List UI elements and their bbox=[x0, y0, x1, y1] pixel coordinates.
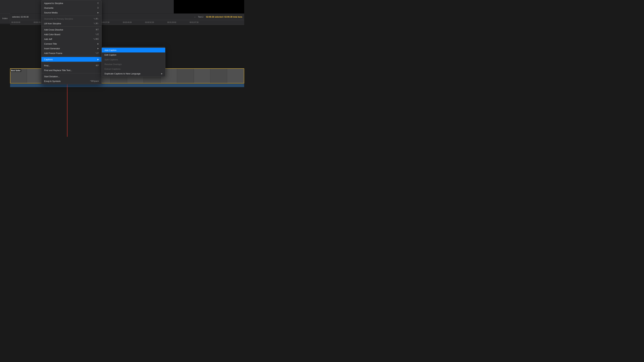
menu-item-source-media-label: Source Media bbox=[44, 11, 96, 14]
ruler-mark-5: 00:00:45:00 bbox=[123, 21, 132, 23]
menu-item-lift-shortcut: ⌥⌘↑ bbox=[94, 22, 99, 25]
menu-item-append-label: Append to Storyline bbox=[44, 2, 98, 4]
menu-item-emoji-label: Emoji & Symbols bbox=[44, 80, 90, 82]
menu-item-find-replace[interactable]: Find and Replace Title Text... bbox=[42, 68, 102, 72]
menu-item-source-media[interactable]: Source Media ▶ bbox=[42, 10, 102, 15]
submenu-item-extract-captions: Extract Captions bbox=[102, 66, 165, 71]
menu-item-lift-label: Lift from Storyline bbox=[44, 22, 94, 25]
submenu-extract-captions-label: Extract Captions bbox=[104, 68, 162, 70]
menu-item-add-jeff-shortcut: ⌥⌘E bbox=[93, 38, 99, 40]
context-menu: Append to Storyline E Overwrite D Source… bbox=[41, 0, 102, 84]
submenu-split-captions-label: Split Captions bbox=[104, 58, 162, 61]
index-panel[interactable]: Index bbox=[0, 13, 10, 23]
menu-item-insert-generator[interactable]: Insert Generator ▶ bbox=[42, 46, 102, 51]
submenu-resolve-overlaps-label: Resolve Overlaps bbox=[104, 63, 162, 65]
insert-generator-arrow-icon: ▶ bbox=[98, 47, 99, 50]
menu-item-color-board-shortcut: ⌥E bbox=[95, 33, 99, 35]
menu-item-find-replace-label: Find and Replace Title Text... bbox=[44, 69, 99, 71]
menu-item-overwrite-primary: Overwrite to Primary Storyline ⌥⌘↓ bbox=[42, 16, 102, 21]
menu-item-start-dictation[interactable]: Start Dictation... bbox=[42, 74, 102, 79]
menu-item-insert-generator-label: Insert Generator bbox=[44, 47, 96, 50]
submenu-duplicate-captions-label: Duplicate Captions to New Language bbox=[104, 72, 160, 75]
index-label: Index bbox=[2, 17, 8, 19]
menu-item-emoji-shortcut: ^⌘Space bbox=[90, 80, 99, 82]
ruler-mark-6: 00:00:52:30 bbox=[145, 21, 154, 23]
source-media-arrow-icon: ▶ bbox=[98, 11, 99, 14]
connect-title-arrow-icon: ▶ bbox=[98, 43, 99, 45]
submenu-item-duplicate-captions[interactable]: Duplicate Captions to New Language ▶ bbox=[102, 71, 165, 76]
menu-item-cross-dissolve-label: Add Cross Dissolve bbox=[44, 28, 96, 31]
submenu-item-add-caption[interactable]: Add Caption bbox=[102, 48, 165, 52]
submenu-item-resolve-overlaps: Resolve Overlaps bbox=[102, 62, 165, 66]
project-name-label: Test 2 bbox=[198, 16, 204, 18]
duplicate-captions-arrow-icon: ▶ bbox=[161, 72, 162, 75]
menu-item-captions[interactable]: Captions ▶ bbox=[42, 57, 102, 62]
menu-item-append-to-storyline[interactable]: Append to Storyline E bbox=[42, 1, 102, 5]
menu-item-freeze-frame-shortcut: ⌥F bbox=[95, 52, 99, 54]
menu-item-emoji-symbols[interactable]: Emoji & Symbols ^⌘Space bbox=[42, 79, 102, 83]
menu-item-captions-label: Captions bbox=[44, 58, 96, 61]
time-info-label: 02:06:38 selected / 02:06:38 total dura bbox=[206, 16, 242, 18]
menu-item-add-jeff[interactable]: Add Jeff ⌥⌘E bbox=[42, 37, 102, 41]
menu-item-connect-title[interactable]: Connect Title ▶ bbox=[42, 41, 102, 46]
menu-item-find-shortcut: ⌘F bbox=[96, 64, 99, 67]
menu-item-overwrite-shortcut: D bbox=[97, 7, 99, 9]
menu-item-dictation-label: Start Dictation... bbox=[44, 75, 99, 78]
track-area: Best Seller bbox=[0, 25, 244, 137]
submenu-add-caption-label: Add Caption bbox=[104, 49, 162, 51]
menu-item-connect-title-label: Connect Title bbox=[44, 42, 96, 45]
ruler-mark-4: 00:00:37:30 bbox=[100, 21, 109, 23]
ruler-mark-8: 00:01:07:30 bbox=[190, 21, 198, 23]
separator-5 bbox=[42, 73, 102, 73]
menu-item-append-shortcut: E bbox=[98, 2, 99, 4]
separator-2 bbox=[42, 26, 102, 27]
menu-item-color-board-label: Add Color Board bbox=[44, 33, 95, 36]
audio-track bbox=[10, 84, 244, 87]
ruler-mark-7: 00:01:00:00 bbox=[167, 21, 176, 23]
captions-arrow-icon: ▶ bbox=[98, 58, 99, 60]
menu-item-add-jeff-label: Add Jeff bbox=[44, 38, 93, 40]
submenu-item-split-captions: Split Captions bbox=[102, 57, 165, 62]
submenu-item-edit-caption[interactable]: Edit Caption bbox=[102, 52, 165, 57]
info-bar-right: ‹ Test 2 02:06:38 selected / 02:06:38 to… bbox=[194, 15, 242, 18]
menu-item-add-cross-dissolve[interactable]: Add Cross Dissolve ⌘T bbox=[42, 27, 102, 32]
menu-item-find-label: Find... bbox=[44, 64, 96, 67]
thumb-13 bbox=[210, 69, 227, 83]
thumb-12 bbox=[194, 69, 210, 83]
menu-item-add-freeze-frame[interactable]: Add Freeze Frame ⌥F bbox=[42, 51, 102, 55]
video-track-label: Best Seller bbox=[10, 69, 21, 72]
menu-item-overwrite-primary-label: Overwrite to Primary Storyline bbox=[44, 17, 94, 20]
selected-time-label: selected, 02:06:38 bbox=[12, 16, 28, 18]
top-bar bbox=[0, 0, 244, 13]
separator-1 bbox=[42, 15, 102, 16]
menu-item-lift-from-storyline[interactable]: Lift from Storyline ⌥⌘↑ bbox=[42, 21, 102, 26]
menu-item-overwrite-label: Overwrite bbox=[44, 7, 97, 9]
menu-item-overwrite-primary-shortcut: ⌥⌘↓ bbox=[94, 17, 99, 20]
captions-submenu: Add Caption Edit Caption Split Captions … bbox=[102, 47, 165, 77]
preview-area bbox=[174, 0, 244, 13]
submenu-edit-caption-label: Edit Caption bbox=[104, 54, 162, 56]
menu-item-find[interactable]: Find... ⌘F bbox=[42, 63, 102, 68]
nav-left-button[interactable]: ‹ bbox=[194, 15, 196, 18]
menu-item-cross-dissolve-shortcut: ⌘T bbox=[96, 28, 99, 31]
menu-item-add-color-board[interactable]: Add Color Board ⌥E bbox=[42, 32, 102, 37]
menu-item-overwrite[interactable]: Overwrite D bbox=[42, 5, 102, 10]
ruler-mark-0: 00:00:00:00 bbox=[12, 21, 20, 23]
thumb-11 bbox=[177, 69, 194, 83]
menu-item-freeze-frame-label: Add Freeze Frame bbox=[44, 52, 95, 54]
thumb-14 bbox=[227, 69, 244, 83]
